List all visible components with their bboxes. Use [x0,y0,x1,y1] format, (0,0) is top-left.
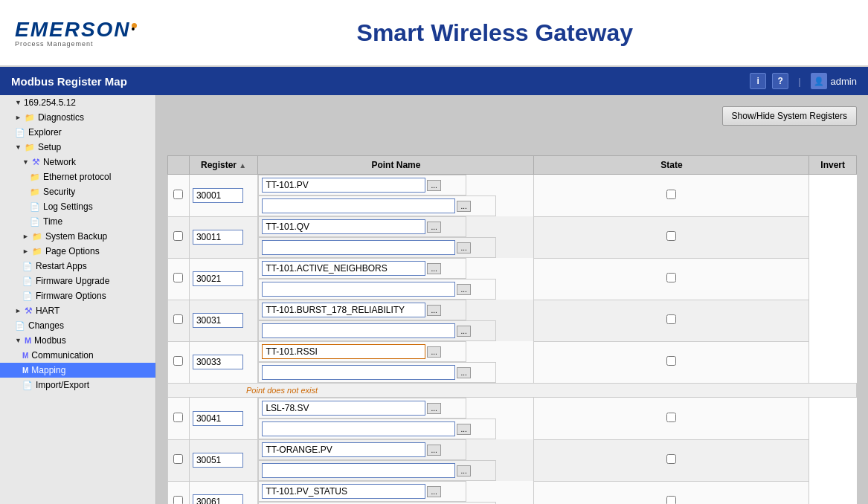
point-name-input[interactable] [262,303,425,317]
point-name-input[interactable] [262,484,425,499]
sidebar-item-communication[interactable]: M Communication [0,348,155,363]
sidebar-item-page-options[interactable]: ► 📁 Page Options [0,244,155,259]
point-name-input[interactable] [262,442,425,457]
sidebar-item-setup[interactable]: ▼ 📁 Setup [0,140,155,155]
point-name-browse-button[interactable]: ... [427,222,440,233]
row-checkbox[interactable] [173,314,183,324]
sidebar-label-communication: Communication [31,350,93,361]
state-browse-button[interactable]: ... [457,367,470,378]
point-name-browse-button[interactable]: ... [427,180,440,191]
table-row: ...... [168,398,857,440]
register-input[interactable] [193,411,243,426]
info-icon[interactable]: i [750,73,766,89]
state-input[interactable] [262,365,455,380]
sidebar-item-ethernet[interactable]: 📁 Ethernet protocol [0,169,155,184]
table-row: ...... [168,216,857,258]
point-name-browse-button[interactable]: ... [427,486,440,497]
sidebar-item-import-export[interactable]: 📄 Import/Export [0,378,155,392]
backup-expand-icon: ► [22,233,29,240]
sidebar-label-modbus: Modbus [34,335,66,346]
setup-expand-icon: ▼ [15,143,22,151]
row-checkbox[interactable] [173,496,183,504]
invert-checkbox[interactable] [666,273,676,282]
register-input[interactable] [193,355,243,369]
content-area: Show/Hide System Registers Register ▲ Po… [156,95,868,504]
invert-checkbox[interactable] [666,231,676,241]
sidebar-item-changes[interactable]: 📄 Changes [0,318,155,333]
state-browse-button[interactable]: ... [457,284,470,295]
point-name-input[interactable] [262,219,425,234]
state-input[interactable] [262,240,455,255]
changes-page-icon: 📄 [15,321,25,331]
sidebar-item-mapping[interactable]: M Mapping [0,363,155,378]
register-input[interactable] [193,453,243,468]
col-header-register: Register ▲ [189,156,257,175]
state-browse-button[interactable]: ... [457,326,470,337]
invert-checkbox[interactable] [666,413,676,422]
invert-checkbox[interactable] [666,190,676,199]
state-browse-button[interactable]: ... [457,424,470,435]
point-name-browse-button[interactable]: ... [427,263,440,274]
point-name-browse-button[interactable]: ... [427,445,440,456]
sidebar-label-restart-apps: Restart Apps [36,261,87,271]
point-name-input[interactable] [262,344,425,359]
sidebar-item-time[interactable]: 📄 Time [0,214,155,229]
sidebar-label-explorer: Explorer [28,127,62,138]
sidebar-item-system-backup[interactable]: ► 📁 System Backup [0,229,155,244]
row-checkbox[interactable] [173,356,183,366]
sidebar-item-firmware-upgrade[interactable]: 📄 Firmware Upgrade [0,274,155,288]
logo-dot: • [132,23,137,28]
state-input[interactable] [262,282,455,297]
backup-folder-icon: 📁 [32,232,42,242]
sidebar-label-import-export: Import/Export [36,380,89,390]
sidebar-item-hart[interactable]: ► ⚒ HART [0,303,155,318]
import-export-page-icon: 📄 [22,381,33,390]
help-icon[interactable]: ? [772,73,788,89]
sidebar-label-hart: HART [36,306,60,316]
sidebar-item-explorer[interactable]: 📄 Explorer [0,125,155,140]
invert-checkbox[interactable] [666,356,676,366]
point-name-input[interactable] [262,261,425,276]
state-input[interactable] [262,421,455,436]
state-input[interactable] [262,463,455,478]
sidebar-item-ip[interactable]: ▼ 169.254.5.12 [0,95,155,110]
firmware-opts-page-icon: 📄 [22,291,33,301]
state-browse-button[interactable]: ... [457,465,470,476]
sidebar-item-security[interactable]: 📁 Security [0,184,155,199]
sidebar-item-log-settings[interactable]: 📄 Log Settings [0,199,155,214]
register-input[interactable] [193,313,243,328]
point-name-input[interactable] [262,178,425,193]
log-page-icon: 📄 [30,202,40,212]
point-name-input[interactable] [262,401,425,416]
register-input[interactable] [193,271,243,286]
point-name-browse-button[interactable]: ... [427,305,440,316]
sidebar-item-network[interactable]: ▼ ⚒ Network [0,155,155,169]
invert-checkbox[interactable] [666,496,676,504]
sidebar-item-modbus[interactable]: ▼ M Modbus [0,333,155,348]
col-header-invert: Invert [809,156,857,175]
invert-checkbox[interactable] [666,314,676,324]
error-message-row: Point does not exist [168,384,857,398]
invert-checkbox[interactable] [666,454,676,464]
security-folder-icon: 📁 [30,187,40,197]
row-checkbox[interactable] [173,231,183,241]
point-name-browse-button[interactable]: ... [427,346,440,358]
sidebar-item-restart-apps[interactable]: 📄 Restart Apps [0,259,155,274]
sidebar-label-ethernet: Ethernet protocol [43,172,111,182]
row-checkbox[interactable] [173,273,183,282]
register-input[interactable] [193,494,243,504]
state-browse-button[interactable]: ... [457,201,470,212]
row-checkbox[interactable] [173,190,183,199]
state-browse-button[interactable]: ... [457,242,470,253]
state-input[interactable] [262,323,455,338]
point-name-browse-button[interactable]: ... [427,403,440,414]
sidebar-item-diagnostics[interactable]: ► 📁 Diagnostics [0,110,155,125]
register-input[interactable] [193,230,243,245]
row-checkbox[interactable] [173,454,183,464]
row-checkbox[interactable] [173,413,183,422]
sidebar-item-firmware-options[interactable]: 📄 Firmware Options [0,288,155,303]
show-hide-button[interactable]: Show/Hide System Registers [722,106,857,126]
show-hide-wrapper: Show/Hide System Registers [167,106,857,126]
state-input[interactable] [262,198,455,213]
register-input[interactable] [193,188,243,203]
